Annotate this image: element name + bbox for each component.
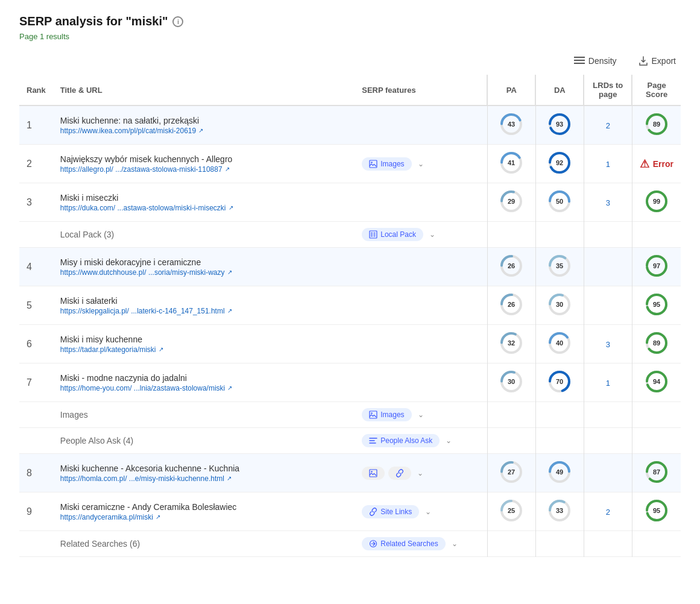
result-url[interactable]: https://www.ikea.com/pl/pl/cat/miski-206… <box>60 127 347 135</box>
lrd-link[interactable]: 3 <box>606 340 610 349</box>
col-title-url: Title & URL <box>53 75 355 105</box>
table-row: 7 Miski - modne naczynia do jadalni http… <box>19 363 681 402</box>
badge-link <box>388 467 411 480</box>
pa-cell: 29 <box>487 183 535 222</box>
table-row: 1 Miski kuchenne: na sałatki, przekąski … <box>19 105 681 145</box>
info-icon[interactable]: i <box>172 16 183 27</box>
result-title: Miski kuchenne - Akcesoria kuchenne - Ku… <box>60 464 347 473</box>
da-cell: 70 <box>535 363 584 402</box>
chevron-icon[interactable]: ⌄ <box>425 508 431 516</box>
title-cell: Related Searches (6) <box>53 531 355 557</box>
da-cell: 40 <box>535 325 584 363</box>
density-button[interactable]: Density <box>569 54 622 68</box>
result-url[interactable]: https://duka.com/ ...astawa-stolowa/misk… <box>60 204 347 212</box>
lrd-link[interactable]: 1 <box>606 160 610 169</box>
table-row: Local Pack (3) Local Pack ⌄ <box>19 222 681 248</box>
score-cell: 94 <box>632 363 681 402</box>
title-url-cell: Miski ceramiczne - Andy Ceramika Bolesła… <box>53 492 355 531</box>
serp-features-cell: Images ⌄ <box>355 145 487 183</box>
title-text: SERP analysis for "miski" <box>19 14 168 28</box>
image-icon <box>369 469 377 477</box>
pa-cell: 43 <box>487 105 535 145</box>
result-title: Miski kuchenne: na sałatki, przekąski <box>60 116 347 125</box>
export-label: Export <box>652 56 676 66</box>
rank-cell <box>19 222 53 248</box>
serp-features-cell: Images ⌄ <box>355 402 487 428</box>
svg-text:33: 33 <box>556 507 563 514</box>
chevron-icon[interactable]: ⌄ <box>452 540 458 548</box>
svg-rect-70 <box>370 470 377 477</box>
density-icon <box>574 57 585 65</box>
pa-cell: 25 <box>487 492 535 531</box>
svg-rect-29 <box>370 231 377 238</box>
result-url[interactable]: https://home-you.com/ ...lnia/zastawa-st… <box>60 384 347 392</box>
serp-features-cell <box>355 248 487 286</box>
result-url[interactable]: https://andyceramika.pl/miski ↗ <box>60 513 347 521</box>
error-icon: ⚠ <box>640 157 649 171</box>
pa-cell: 27 <box>487 454 535 492</box>
badge-image: Images <box>362 157 411 171</box>
result-url[interactable]: https://sklepgalicja.pl/ ...laterki-c-14… <box>60 307 347 315</box>
lrd-link[interactable]: 1 <box>606 379 610 388</box>
result-url[interactable]: https://tadar.pl/kategoria/miski ↗ <box>60 345 347 354</box>
svg-text:30: 30 <box>556 301 563 308</box>
result-url[interactable]: https://www.dutchhouse.pl/ ...soria/misy… <box>60 268 347 277</box>
svg-text:41: 41 <box>508 159 515 166</box>
chevron-icon[interactable]: ⌄ <box>429 230 435 239</box>
error-badge: ⚠Error <box>640 157 673 171</box>
chevron-icon[interactable]: ⌄ <box>417 469 423 477</box>
svg-text:89: 89 <box>653 339 660 347</box>
external-link-icon: ↗ <box>227 307 232 314</box>
serp-features-cell: Site Links ⌄ <box>355 492 487 531</box>
svg-text:29: 29 <box>508 198 515 205</box>
badge-image: Images <box>362 408 411 421</box>
pa-cell: 26 <box>487 286 535 325</box>
rank-cell: 6 <box>19 325 53 363</box>
external-link-icon: ↗ <box>227 475 232 482</box>
external-link-icon: ↗ <box>229 204 233 211</box>
svg-rect-30 <box>371 232 373 237</box>
title-url-cell: Miski kuchenne - Akcesoria kuchenne - Ku… <box>53 454 355 492</box>
svg-text:89: 89 <box>653 121 660 128</box>
table-row: 2 Największy wybór misek kuchennych - Al… <box>19 145 681 183</box>
svg-text:27: 27 <box>508 468 515 476</box>
serp-features-cell: Local Pack ⌄ <box>355 222 487 248</box>
title-url-cell: Miski i sałaterki https://sklepgalicja.p… <box>53 286 355 325</box>
lrd-link[interactable]: 3 <box>606 198 610 207</box>
paa-icon <box>369 436 377 445</box>
lrd-cell: 2 <box>584 105 632 145</box>
col-serp-features: SERP features <box>355 75 487 105</box>
score-cell: 89 <box>632 325 681 363</box>
badge-image2 <box>362 467 385 480</box>
lrd-link[interactable]: 2 <box>606 508 610 517</box>
title-url-cell: Miski i misy kuchenne https://tadar.pl/k… <box>53 325 355 363</box>
chevron-icon[interactable]: ⌄ <box>418 160 424 168</box>
table-row: People Also Ask (4) People Also Ask ⌄ <box>19 428 681 454</box>
lrd-link[interactable]: 2 <box>606 121 610 130</box>
chevron-icon[interactable]: ⌄ <box>446 436 452 445</box>
svg-text:30: 30 <box>508 378 515 385</box>
title-cell: Local Pack (3) <box>53 222 355 248</box>
lrd-cell <box>584 286 632 325</box>
badge-row: Related Searches ⌄ <box>362 537 480 550</box>
score-cell: 99 <box>632 183 681 222</box>
lrd-cell: 3 <box>584 183 632 222</box>
pa-cell: 41 <box>487 145 535 183</box>
svg-text:87: 87 <box>653 468 660 476</box>
special-row-title: Related Searches (6) <box>60 539 140 549</box>
svg-text:94: 94 <box>653 378 661 385</box>
result-url[interactable]: https://homla.com.pl/ ...e/misy-miski-ku… <box>60 474 347 483</box>
sitelinks-icon <box>369 508 377 516</box>
badge-row: Local Pack ⌄ <box>362 228 480 241</box>
export-button[interactable]: Export <box>634 53 681 69</box>
svg-text:32: 32 <box>508 339 515 347</box>
external-link-icon: ↗ <box>156 514 160 520</box>
external-link-icon: ↗ <box>159 346 163 353</box>
title-url-cell: Miski kuchenne: na sałatki, przekąski ht… <box>53 105 355 145</box>
svg-text:97: 97 <box>653 262 660 269</box>
result-url[interactable]: https://allegro.pl/ .../zastawa-stolowa-… <box>60 165 347 174</box>
page-title: SERP analysis for "miski" i <box>19 14 681 28</box>
link-icon <box>396 469 404 477</box>
chevron-icon[interactable]: ⌄ <box>418 411 424 419</box>
title-url-cell: Miski i miseczki https://duka.com/ ...as… <box>53 183 355 222</box>
